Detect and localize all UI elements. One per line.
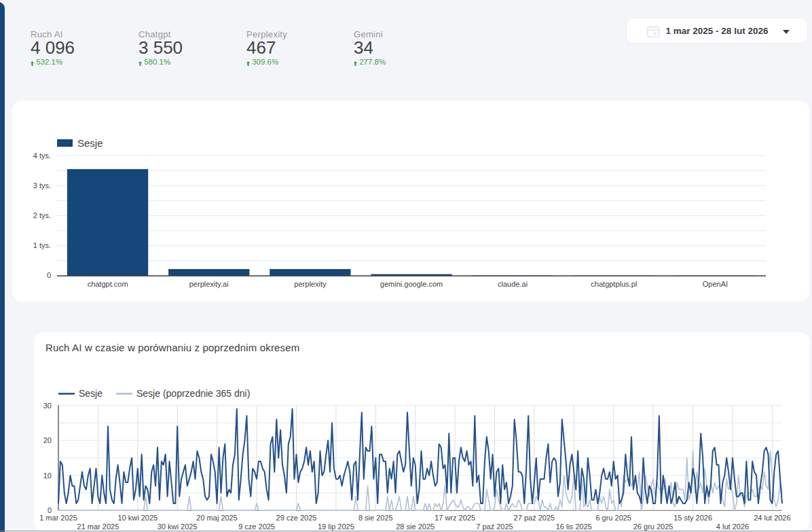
svg-text:chatgptplus.pl: chatgptplus.pl: [591, 280, 637, 288]
svg-text:28 sie 2025: 28 sie 2025: [396, 522, 435, 531]
svg-text:15 sty 2026: 15 sty 2026: [673, 514, 712, 522]
svg-text:16 lis 2025: 16 lis 2025: [556, 522, 592, 531]
svg-text:claude.ai: claude.ai: [498, 280, 528, 288]
svg-text:7 paź 2025: 7 paź 2025: [476, 522, 513, 531]
svg-text:1 mar 2025: 1 mar 2025: [39, 514, 77, 522]
svg-text:17 wrz 2025: 17 wrz 2025: [435, 514, 475, 522]
svg-text:10 kwi 2025: 10 kwi 2025: [117, 514, 158, 522]
svg-text:10: 10: [43, 472, 52, 480]
svg-text:6 gru 2025: 6 gru 2025: [595, 514, 631, 522]
svg-text:0: 0: [47, 271, 51, 279]
svg-text:24 lut 2026: 24 lut 2026: [754, 514, 790, 522]
svg-text:26 gru 2025: 26 gru 2025: [633, 522, 673, 531]
svg-text:8 sie 2025: 8 sie 2025: [358, 514, 393, 522]
svg-text:19 lip 2025: 19 lip 2025: [318, 522, 354, 531]
svg-text:perplexity.ai: perplexity.ai: [189, 280, 229, 288]
svg-text:9 cze 2025: 9 cze 2025: [238, 522, 275, 531]
svg-text:Sesje: Sesje: [79, 388, 103, 399]
svg-text:30 kwi 2025: 30 kwi 2025: [158, 522, 198, 531]
svg-text:27 paź 2025: 27 paź 2025: [514, 514, 555, 522]
svg-text:20: 20: [43, 436, 52, 444]
svg-text:4 lut 2026: 4 lut 2026: [716, 522, 749, 531]
svg-text:2 tys.: 2 tys.: [33, 211, 51, 219]
svg-text:30: 30: [43, 402, 52, 410]
svg-text:3 tys.: 3 tys.: [33, 181, 51, 190]
svg-text:29 cze 2025: 29 cze 2025: [276, 514, 317, 522]
svg-text:20 maj 2025: 20 maj 2025: [196, 514, 238, 522]
svg-text:21 mar 2025: 21 mar 2025: [77, 522, 119, 531]
svg-text:gemini.google.com: gemini.google.com: [380, 280, 443, 288]
svg-text:4 tys.: 4 tys.: [33, 152, 51, 160]
svg-text:chatgpt.com: chatgpt.com: [88, 280, 128, 288]
svg-text:perplexity: perplexity: [294, 280, 327, 288]
svg-text:OpenAI: OpenAI: [703, 280, 728, 288]
svg-text:Sesje (poprzednie 365 dni): Sesje (poprzednie 365 dni): [136, 388, 250, 399]
svg-text:1 tys.: 1 tys.: [33, 241, 51, 249]
